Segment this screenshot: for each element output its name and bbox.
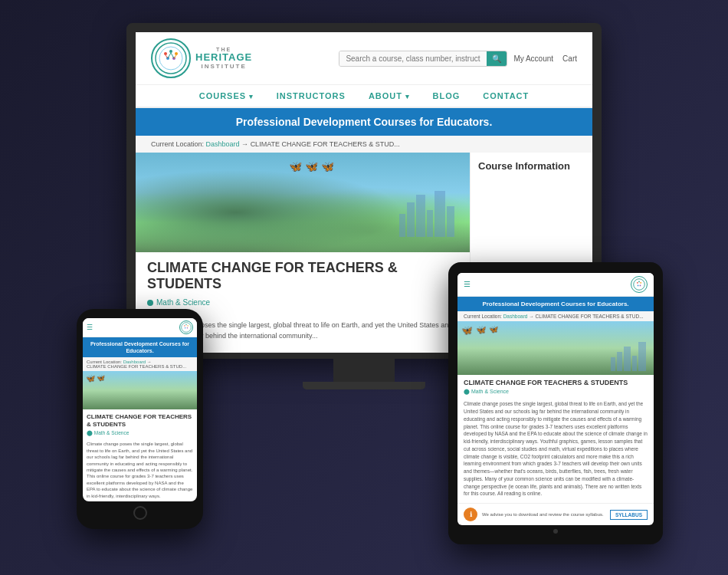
- svg-point-2: [164, 52, 167, 55]
- butterflies-decoration: 🦋 🦋 🦋: [289, 160, 334, 172]
- course-title-area: CLIMATE CHANGE FOR TEACHERS & STUDENTS M…: [136, 252, 470, 317]
- svg-point-3: [169, 50, 172, 53]
- logo-circle: [151, 38, 191, 78]
- tablet-logo: [631, 276, 648, 293]
- tablet-breadcrumb-page: CLIMATE CHANGE FOR TEACHERS & STUD...: [536, 314, 644, 319]
- svg-point-20: [640, 282, 641, 284]
- syllabus-icon: ℹ: [464, 508, 477, 521]
- tablet-course-title: CLIMATE CHANGE FOR TEACHERS & STUDENTS: [457, 375, 654, 389]
- syllabus-button[interactable]: SYLLABUS: [610, 510, 648, 520]
- svg-line-9: [171, 53, 174, 58]
- svg-point-16: [187, 327, 188, 328]
- svg-point-11: [182, 322, 192, 332]
- phone-breadcrumb-page: CLIMATE CHANGE FOR TEACHERS & STUD...: [87, 364, 186, 369]
- site-banner: Professional Development Courses for Edu…: [136, 108, 592, 136]
- monitor-base: [303, 382, 425, 389]
- nav-about[interactable]: ABOUT: [369, 91, 410, 100]
- tablet-outer: ☰ Professional Developmen: [448, 262, 663, 544]
- tablet-banner: Professional Development Courses for Edu…: [457, 297, 654, 311]
- tablet-home-indicator: [553, 529, 558, 534]
- phone-subject: ⬤ Math & Science: [83, 430, 197, 439]
- svg-point-22: [640, 284, 641, 286]
- phone-header: ☰: [83, 318, 197, 337]
- breadcrumb: Current Location: Dashboard → CLIMATE CH…: [136, 136, 592, 153]
- svg-point-17: [634, 278, 645, 290]
- tablet-breadcrumb: Current Location: Dashboard → CLIMATE CH…: [457, 311, 654, 321]
- course-title: CLIMATE CHANGE FOR TEACHERS & STUDENTS: [147, 260, 458, 292]
- site-header: THE HERITAGE INSTITUTE 🔍 My: [136, 32, 592, 85]
- phone-tagline: Professional Development Courses forEduc…: [90, 341, 189, 353]
- svg-point-13: [185, 324, 186, 324]
- butterfly-orange: 🦋: [305, 160, 318, 172]
- tablet: ☰ Professional Developmen: [448, 262, 663, 544]
- svg-point-4: [175, 52, 178, 55]
- nav-instructors[interactable]: INSTRUCTORS: [277, 91, 346, 100]
- phone-logo: [179, 320, 193, 334]
- subject-dot: [147, 300, 153, 306]
- svg-point-15: [185, 327, 185, 328]
- hero-image-inner: 🦋 🦋 🦋: [136, 153, 470, 252]
- monitor-stand: [333, 359, 395, 382]
- phone-breadcrumb: Current Location: Dashboard → CLIMATE CH…: [83, 357, 197, 371]
- logo-institute: INSTITUTE: [201, 64, 246, 71]
- phone-screen: ☰ Professional Developmen: [83, 318, 197, 501]
- breadcrumb-label: Current Location:: [151, 140, 204, 148]
- breadcrumb-arrow: →: [241, 140, 248, 148]
- tablet-tagline: Professional Development Courses for Edu…: [482, 301, 628, 307]
- phone-course-title: CLIMATE CHANGE FOR TEACHERS & STUDENTS: [83, 409, 197, 431]
- breadcrumb-dashboard[interactable]: Dashboard: [206, 140, 240, 148]
- hero-image: 🦋 🦋 🦋: [136, 153, 470, 252]
- header-links: My Account Cart: [513, 54, 577, 63]
- search-bar: 🔍: [339, 51, 507, 67]
- subject-category: Math & Science: [156, 298, 210, 307]
- svg-line-8: [168, 53, 171, 58]
- tablet-screen: ☰ Professional Developmen: [457, 273, 654, 525]
- syllabus-advice: We advise you to download and review the…: [482, 512, 605, 517]
- header-right: 🔍 My Account Cart: [339, 51, 577, 67]
- nav-bar: COURSES INSTRUCTORS ABOUT BLOG CONTACT: [136, 85, 592, 108]
- logo-heritage: HERITAGE: [195, 52, 252, 63]
- phone-hero-image: 🦋🦋: [83, 371, 197, 409]
- svg-point-21: [638, 284, 639, 286]
- tablet-subject: ⬤ Math & Science: [457, 389, 654, 398]
- tablet-description: Climate change poses the single largest,…: [457, 398, 654, 500]
- svg-point-19: [638, 281, 640, 282]
- nav-blog[interactable]: BLOG: [433, 91, 461, 100]
- search-input[interactable]: [339, 51, 487, 66]
- svg-point-18: [637, 282, 638, 284]
- city-silhouette: [399, 191, 454, 237]
- search-button[interactable]: 🔍: [487, 51, 507, 66]
- phone-hamburger-icon[interactable]: ☰: [87, 324, 93, 331]
- phone-banner: Professional Development Courses forEduc…: [83, 337, 197, 357]
- tablet-hero-image: 🦋 🦋 🦋: [457, 321, 654, 375]
- nav-courses[interactable]: COURSES: [199, 91, 254, 100]
- search-row: 🔍 My Account Cart: [339, 51, 577, 67]
- my-account-link[interactable]: My Account: [513, 54, 553, 63]
- subject-badge: Math & Science: [147, 296, 458, 309]
- butterfly-yellow: 🦋: [289, 160, 302, 172]
- tablet-hamburger-icon[interactable]: ☰: [464, 280, 471, 288]
- phone-outer: ☰ Professional Developmen: [77, 309, 203, 529]
- svg-point-14: [187, 325, 188, 326]
- cart-link[interactable]: Cart: [562, 54, 577, 63]
- logo-text: THE HERITAGE INSTITUTE: [195, 47, 252, 71]
- breadcrumb-page: CLIMATE CHANGE FOR TEACHERS & STUD...: [251, 140, 400, 148]
- tablet-header: ☰: [457, 273, 654, 297]
- butterfly-blue: 🦋: [321, 160, 334, 172]
- tablet-breadcrumb-dashboard[interactable]: Dashboard: [503, 314, 528, 319]
- svg-point-12: [184, 325, 185, 326]
- nav-contact[interactable]: CONTACT: [483, 91, 529, 100]
- syllabus-row: ℹ We advise you to download and review t…: [457, 503, 654, 525]
- sidebar-title: Course Information: [478, 160, 585, 172]
- phone-description: Climate change poses the single largest,…: [83, 439, 197, 501]
- logo-area: THE HERITAGE INSTITUTE: [151, 38, 252, 78]
- mobile-phone: ☰ Professional Developmen: [77, 309, 203, 529]
- phone-home-button[interactable]: [133, 506, 147, 520]
- svg-point-0: [156, 43, 186, 74]
- scene: THE HERITAGE INSTITUTE 🔍 My: [0, 0, 728, 575]
